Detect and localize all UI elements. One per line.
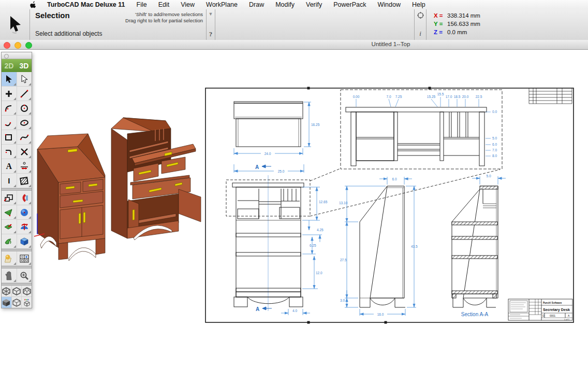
thick-line-glyph: I bbox=[8, 177, 10, 185]
info-icon[interactable]: i bbox=[419, 30, 421, 38]
line-tool[interactable] bbox=[17, 87, 32, 101]
document-title-bar[interactable]: Untitled 1--Top bbox=[0, 40, 588, 50]
dimension-tool[interactable] bbox=[17, 159, 32, 173]
section-view[interactable] bbox=[452, 186, 498, 307]
section-view-dimensions: 5.0 Section A-A bbox=[461, 174, 506, 318]
help-button[interactable]: ? bbox=[209, 30, 213, 38]
circle-tool[interactable] bbox=[17, 101, 32, 115]
select-tool[interactable] bbox=[2, 72, 17, 86]
arc-tool[interactable] bbox=[2, 101, 17, 115]
detail-view-box bbox=[341, 90, 502, 169]
side-view[interactable] bbox=[360, 186, 405, 307]
zoom-tool[interactable] bbox=[17, 268, 32, 282]
rectangle-tool[interactable] bbox=[2, 130, 17, 144]
menu-window[interactable]: Window bbox=[378, 1, 401, 8]
front-view[interactable] bbox=[232, 175, 304, 311]
coord-z-value: 0.0 mm bbox=[447, 29, 467, 35]
render-material-tool[interactable] bbox=[2, 251, 17, 265]
extrude-tool[interactable] bbox=[2, 220, 17, 234]
menu-verify[interactable]: Verify bbox=[306, 1, 322, 8]
dim-foot: 4.0 bbox=[292, 309, 297, 313]
apple-menu[interactable] bbox=[30, 1, 37, 8]
3d-box-tool[interactable] bbox=[17, 234, 32, 248]
close-window-button[interactable] bbox=[4, 42, 10, 49]
dim-front-width: 25.0 bbox=[278, 169, 285, 173]
intersect-tool[interactable] bbox=[17, 145, 32, 159]
iso-view-ne-button[interactable] bbox=[2, 286, 11, 296]
crosshair-icon[interactable] bbox=[417, 12, 424, 19]
dim-top-width: 24.0 bbox=[264, 152, 271, 155]
3d-model-open-desk[interactable] bbox=[111, 118, 201, 240]
detail-view[interactable] bbox=[346, 107, 487, 166]
minimize-window-button[interactable] bbox=[14, 42, 21, 49]
dim-side-lower: 27.5 bbox=[340, 258, 347, 262]
top-view[interactable] bbox=[234, 102, 303, 147]
menu-draw[interactable]: Draw bbox=[249, 1, 264, 8]
iso-view-top-button[interactable] bbox=[11, 286, 22, 296]
palette-title-bar[interactable] bbox=[2, 52, 32, 59]
tool-palette[interactable]: 2D 3D bbox=[1, 52, 32, 308]
drawing-canvas[interactable]: 16.25 24.0 A 25.0 bbox=[0, 49, 588, 368]
3d-model-closed-desk[interactable] bbox=[34, 134, 105, 261]
revolve-tool[interactable] bbox=[17, 220, 32, 234]
iso-view-nw-button[interactable] bbox=[21, 286, 32, 296]
textured-view-button[interactable] bbox=[21, 297, 32, 308]
viewport-layout-tool[interactable] bbox=[17, 251, 32, 265]
curve-tool[interactable] bbox=[2, 116, 17, 130]
hatch-tool[interactable] bbox=[17, 174, 32, 188]
menu-modify[interactable]: Modify bbox=[275, 1, 295, 8]
menu-workplane[interactable]: WorkPlane bbox=[206, 1, 238, 8]
menu-bar: TurboCAD Mac Deluxe 11 File Edit View Wo… bbox=[0, 0, 588, 10]
menu-view[interactable]: View bbox=[181, 1, 195, 8]
coordinate-readout: X = 338.314 mm Y = 156.633 mm Z = 0.0 mm bbox=[427, 9, 588, 40]
detail-dim-2: 7.25 bbox=[395, 95, 402, 98]
3d-sphere-tool[interactable] bbox=[17, 205, 32, 219]
tool-option-bar: Selection Select additional objects 'Shi… bbox=[0, 9, 588, 40]
menu-help[interactable]: Help bbox=[412, 1, 425, 8]
menu-file[interactable]: File bbox=[137, 1, 147, 8]
tool-hint-1: 'Shift' to add/remove selections bbox=[125, 11, 203, 18]
sweep-tool[interactable] bbox=[2, 234, 17, 248]
detail-rdim-2: 6.0 bbox=[492, 143, 497, 146]
offset-copy-tool[interactable] bbox=[2, 191, 17, 205]
spline-tool[interactable] bbox=[17, 130, 32, 144]
revision-table bbox=[529, 88, 572, 104]
zoom-window-button[interactable] bbox=[25, 42, 32, 49]
point-tool[interactable] bbox=[2, 87, 17, 101]
detail-leader-2 bbox=[310, 169, 500, 216]
wireframe-view-button[interactable] bbox=[11, 297, 22, 308]
mode-2d-button[interactable]: 2D bbox=[2, 62, 17, 70]
menu-powerpack[interactable]: PowerPack bbox=[333, 1, 366, 8]
menu-edit[interactable]: Edit bbox=[158, 1, 170, 8]
tool-hint-2: Drag right to left for partial selection bbox=[125, 18, 203, 24]
detail-dim-1: 7.0 bbox=[386, 95, 391, 98]
detail-dim-7: 20.0 bbox=[462, 95, 469, 98]
coord-x-value: 338.314 mm bbox=[447, 12, 480, 19]
section-letter: A bbox=[255, 164, 259, 170]
tool-title: Selection bbox=[35, 11, 70, 20]
detail-leader-1 bbox=[310, 168, 341, 181]
detail-dim-5: 17.0 bbox=[446, 95, 452, 98]
tool-extras-column: ▼ ? bbox=[207, 9, 215, 40]
3d-mesh-tool[interactable] bbox=[2, 205, 17, 219]
shaded-view-button[interactable] bbox=[2, 297, 11, 308]
detail-rdim-0: 0.0 bbox=[492, 110, 497, 114]
dim-side-base: 3.0 bbox=[340, 299, 345, 302]
magnet-snap-tool[interactable] bbox=[17, 191, 32, 205]
text-tool[interactable]: A bbox=[2, 159, 17, 173]
section-marker-top: A 25.0 bbox=[234, 164, 304, 173]
pan-tool[interactable] bbox=[2, 268, 17, 282]
coord-x-label: X = bbox=[434, 12, 447, 19]
front-view-dimensions: 12.65 4.25 6.25 12.0 4.0 A bbox=[256, 187, 328, 315]
corner-fillet-tool[interactable] bbox=[2, 145, 17, 159]
open-select-tool[interactable] bbox=[17, 72, 32, 86]
thick-line-tool[interactable]: I bbox=[2, 174, 17, 188]
ellipse-tool[interactable] bbox=[17, 116, 32, 130]
menu-app-name[interactable]: TurboCAD Mac Deluxe 11 bbox=[47, 1, 125, 8]
mode-3d-button[interactable]: 3D bbox=[17, 62, 32, 70]
dim-side-depth: 16.0 bbox=[377, 313, 384, 316]
palette-close-button[interactable] bbox=[4, 54, 9, 59]
title-block-rev: A bbox=[568, 314, 570, 317]
detail-dim-0: 0.00 bbox=[353, 95, 360, 98]
options-dropdown[interactable]: ▼ bbox=[209, 11, 213, 17]
